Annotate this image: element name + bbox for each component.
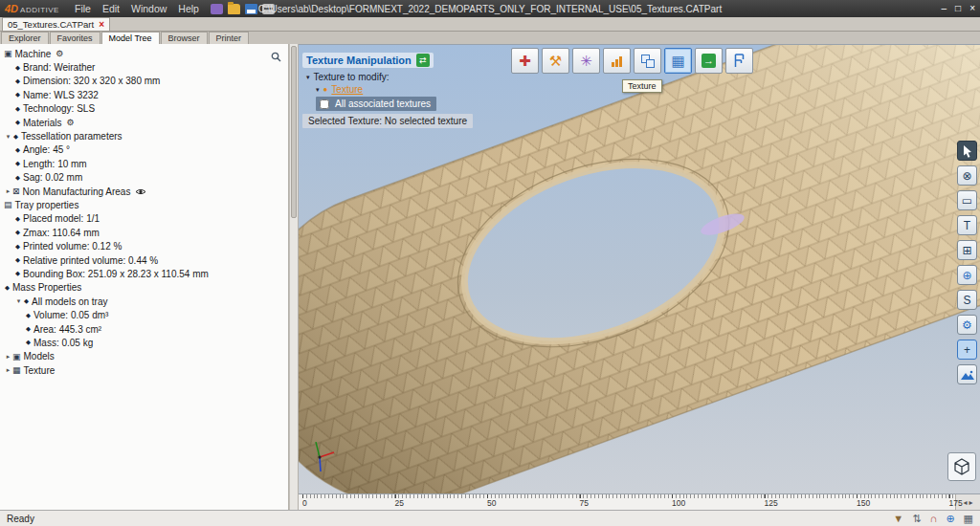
grid-pick-button[interactable]: ⊞: [957, 240, 977, 260]
tree-scrollbar-thumb[interactable]: [291, 46, 297, 218]
tree-item[interactable]: ◆Placed model: 1/1: [0, 212, 288, 226]
texture-link[interactable]: Texture: [331, 84, 363, 95]
chevron-down-icon[interactable]: ▾: [316, 86, 320, 94]
search-icon[interactable]: [271, 49, 281, 66]
filter-icon[interactable]: ▼: [893, 514, 903, 524]
tree-item[interactable]: ◆Volume: 0.05 dm³: [0, 308, 288, 321]
menu-file[interactable]: File: [69, 2, 97, 15]
tree-item[interactable]: ▸▣Models: [0, 350, 288, 363]
chevron-down-icon[interactable]: ▾: [4, 133, 12, 141]
menu-help[interactable]: Help: [172, 2, 205, 15]
texture-grid-button[interactable]: ▦: [664, 48, 692, 74]
target-icon[interactable]: ⊕: [946, 514, 954, 524]
all-associated-textures-checkbox[interactable]: [320, 99, 329, 109]
tree-item[interactable]: ▾◆All models on tray: [0, 295, 288, 308]
window-controls: –□×: [942, 1, 975, 16]
tree-item[interactable]: ◆Angle: 45 °: [0, 143, 288, 157]
text-tool-button[interactable]: T: [957, 215, 977, 235]
tree-item[interactable]: ◆Sag: 0.02 mm: [0, 171, 288, 185]
image-texture-button[interactable]: [957, 364, 977, 384]
swap-icon[interactable]: ⇄: [416, 54, 430, 67]
cursor-icon: [963, 144, 972, 158]
tab-model-tree[interactable]: Model Tree: [101, 32, 160, 44]
scroll-left-button[interactable]: ◂: [963, 498, 967, 507]
chevron-down-icon[interactable]: ▾: [306, 74, 310, 81]
document-path: C:\Users\ab\Desktop\FORMNEXT_2022_DEMOPA…: [258, 4, 722, 14]
rectangle-select-button[interactable]: ▭: [957, 190, 977, 210]
chevron-right-icon[interactable]: ▸: [4, 187, 12, 195]
repair-tools-button[interactable]: ⚒: [542, 48, 569, 74]
ruler-label: 25: [395, 498, 404, 508]
tree-item[interactable]: ◆Length: 10 mm: [0, 157, 288, 170]
menu-window[interactable]: Window: [125, 2, 172, 15]
selected-texture-status: Selected Texture: No selected texture: [308, 116, 467, 126]
grid-icon[interactable]: ▦: [964, 514, 973, 524]
add-icon: +: [964, 343, 970, 357]
layers-button[interactable]: S: [957, 290, 977, 310]
statistics-button[interactable]: [603, 48, 631, 74]
pattern-star-button[interactable]: ✳: [572, 48, 600, 74]
tree-scrollbar[interactable]: [289, 44, 299, 510]
tree-item[interactable]: ◆Mass Properties: [0, 281, 288, 295]
tree-item-label: Mass: 0.05 kg: [33, 338, 93, 348]
3d-viewport[interactable]: Texture Manipulation ⇄ ▾ Texture to modi…: [299, 44, 980, 510]
gear-icon[interactable]: ⚙: [56, 49, 63, 58]
maximize-button[interactable]: □: [955, 1, 961, 16]
tree-item[interactable]: ◆Dimension: 320 x 320 x 380 mm: [0, 75, 288, 88]
deselect-button[interactable]: ⊗: [957, 165, 977, 186]
measure-caliper-button[interactable]: [725, 48, 753, 74]
export-button[interactable]: →: [695, 48, 723, 74]
gear-icon[interactable]: ⚙: [67, 118, 75, 127]
tree-item[interactable]: ◆Area: 445.3 cm²: [0, 322, 288, 336]
tree-item[interactable]: ◆Relative printed volume: 0.44 %: [0, 253, 288, 267]
diamond-bullet-icon: ◆: [15, 119, 20, 126]
add-point-button[interactable]: ⊕: [957, 265, 977, 285]
plugin-icon[interactable]: [211, 4, 223, 14]
scroll-right-button[interactable]: ▸: [969, 498, 973, 507]
chevron-right-icon[interactable]: ▸: [4, 366, 12, 374]
tree-item[interactable]: ▸▦Texture: [0, 363, 288, 377]
open-folder-icon[interactable]: [228, 4, 240, 14]
document-tab-bar: 05_Textures.CATPart ×: [0, 17, 980, 32]
tree-item[interactable]: ◆Printed volume: 0.12 %: [0, 239, 288, 252]
view-cube-button[interactable]: [947, 452, 976, 481]
tree-item[interactable]: ▣Machine⚙: [0, 47, 288, 60]
tree-item[interactable]: ◆Technology: SLS: [0, 102, 288, 116]
close-tab-icon[interactable]: ×: [99, 20, 104, 30]
chevron-down-icon[interactable]: ▾: [14, 297, 23, 305]
tree-item[interactable]: ◆Zmax: 110.64 mm: [0, 226, 288, 239]
region-icon: ⊠: [12, 186, 20, 196]
close-button[interactable]: ×: [969, 1, 975, 16]
eye-visibility-icon[interactable]: [135, 187, 146, 196]
tree-item[interactable]: ▾◆Tessellation parameters: [0, 129, 288, 142]
application-window: 4D ADDITIVE FileEditWindowHelp C:\Users\…: [0, 0, 980, 526]
tab-browser[interactable]: Browser: [161, 32, 208, 44]
tree-item[interactable]: ▸⊠Non Manufacturing Areas: [0, 185, 288, 198]
tab-favorites[interactable]: Favorites: [50, 32, 100, 44]
settings-icon: ⚙: [962, 318, 972, 332]
tree-item-label: Machine: [15, 49, 52, 59]
tree-item[interactable]: ◆Name: WLS 3232: [0, 88, 288, 101]
tab-printer[interactable]: Printer: [209, 32, 250, 44]
save-icon[interactable]: [245, 4, 257, 14]
diamond-bullet-icon: ◆: [24, 297, 29, 305]
tree-item[interactable]: ◆Bounding Box: 251.09 x 28.23 x 110.54 m…: [0, 267, 288, 280]
sort-icon[interactable]: ⇅: [912, 514, 921, 524]
tree-item[interactable]: ◆Mass: 0.05 kg: [0, 336, 288, 349]
tooltip: Texture: [622, 79, 662, 93]
tree-item[interactable]: ◆Materials⚙: [0, 116, 288, 129]
copy-texture-button[interactable]: [634, 48, 661, 74]
add-texture-button[interactable]: ✚: [511, 48, 539, 74]
document-tab[interactable]: 05_Textures.CATPart ×: [2, 17, 110, 31]
tab-explorer[interactable]: Explorer: [1, 32, 49, 44]
menu-edit[interactable]: Edit: [97, 2, 125, 15]
select-tool-button[interactable]: [957, 141, 977, 161]
settings-button[interactable]: ⚙: [957, 315, 977, 335]
tree-item[interactable]: ◆Brand: Weirather: [0, 60, 288, 74]
tree-item[interactable]: ▤Tray properties: [0, 198, 288, 211]
add-button[interactable]: +: [957, 340, 977, 360]
minimize-button[interactable]: –: [942, 1, 947, 16]
magnet-icon[interactable]: ∩: [929, 514, 937, 524]
chevron-right-icon[interactable]: ▸: [4, 353, 12, 361]
cube-icon: [952, 457, 971, 476]
